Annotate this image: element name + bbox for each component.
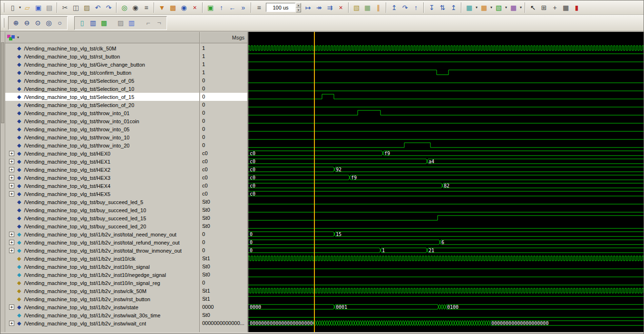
signal-row[interactable]: +◆/Vending_machine_top_vlg_tst/throw_int… [5, 125, 199, 133]
spinner-down-icon[interactable]: ▾ [296, 8, 301, 12]
signal-row[interactable]: +◆/Vending_machine_top_vlg_tst/buy_succe… [5, 198, 199, 206]
signal-row[interactable]: +◆/Vending_machine_top_vlg_tst/rst_butto… [5, 52, 199, 60]
signal-row[interactable]: +◆/Vending_machine_top_vlg_tst/confirm_b… [5, 69, 199, 77]
open-folder-button[interactable]: ▱ [22, 2, 33, 13]
signal-row[interactable]: +◆/Vending_machine_top_vlg_tst/buy_succe… [5, 206, 199, 214]
signal-wave[interactable]: 000000010100 [248, 303, 644, 311]
signal-wave[interactable]: 015 [248, 230, 644, 238]
signal-wave[interactable]: 06 [248, 238, 644, 246]
chevron-down-icon[interactable]: ▾ [519, 5, 523, 10]
signal-wave[interactable] [248, 263, 644, 271]
signal-wave[interactable] [248, 60, 644, 69]
signal-wave[interactable] [248, 287, 644, 295]
pause-button[interactable]: ∥ [373, 2, 384, 13]
signal-row[interactable]: +◆/Vending_machine_top_vlg_tst/i1/b2v_in… [5, 303, 199, 311]
step-high-button[interactable]: ¬ [154, 18, 165, 29]
chevron-down-icon[interactable]: ▾ [475, 5, 478, 10]
restart-button[interactable]: ▣ [205, 2, 216, 13]
add-dataflow-button[interactable]: ▦ [508, 2, 519, 13]
signal-row[interactable]: +◆/Vending_machine_top_vlg_tst/Selection… [5, 93, 199, 101]
up-context-button[interactable]: ↑ [216, 2, 227, 13]
left-scrollbar-thumb[interactable] [1, 42, 4, 123]
chevron-down-icon[interactable]: ▾ [18, 5, 22, 10]
expand-toggle-icon[interactable]: + [9, 321, 14, 326]
wave-cursor-button[interactable]: ▯ [77, 18, 88, 29]
signal-wave[interactable] [248, 125, 644, 133]
signal-row[interactable]: +◆/Vending_machine_top_vlg_tst/throw_int… [5, 141, 199, 149]
time-cursor[interactable] [314, 32, 315, 332]
signal-wave[interactable] [248, 133, 644, 141]
signal-wave[interactable] [248, 206, 644, 214]
pattern-stripe-button[interactable]: ▥ [126, 18, 137, 29]
signal-wave[interactable] [248, 44, 644, 52]
wave-grid-button[interactable]: ▩ [98, 18, 109, 29]
expand-toggle-icon[interactable]: + [9, 240, 14, 245]
signal-row[interactable]: +◆/Vending_machine_top_vlg_tst/HEX1 [5, 157, 199, 166]
signal-row[interactable]: +◆/Vending_machine_top_vlg_tst/HEX5 [5, 190, 199, 198]
expand-toggle-icon[interactable]: + [9, 167, 14, 172]
waveform-area[interactable]: c0f9c0a4c092c0f9c082c0015060121000000010… [248, 32, 644, 332]
zoom-full-button[interactable]: ◎ [43, 18, 54, 29]
expand-toggle-icon[interactable]: + [9, 248, 14, 253]
save-button[interactable]: ▣ [33, 2, 44, 13]
signal-wave[interactable] [248, 214, 644, 222]
chevron-down-icon[interactable]: ▾ [504, 5, 508, 10]
signal-row[interactable]: +◆/Vending_machine_top_vlg_tst/i1/b2v_in… [5, 246, 199, 255]
restore-button[interactable]: ↷ [400, 2, 410, 13]
signal-row[interactable]: +◆/Vending_machine_top_vlg_tst/buy_succe… [5, 214, 199, 222]
signal-row[interactable]: +◆/Vending_machine_top_vlg_tst/HEX3 [5, 174, 199, 182]
signal-row[interactable]: +◆/Vending_machine_top_vlg_tst/Selection… [5, 101, 199, 109]
move-up-button[interactable]: ↥ [448, 2, 459, 13]
chevron-down-icon[interactable]: ▾ [489, 5, 493, 10]
compile-button[interactable]: ▼ [156, 2, 167, 13]
run-button[interactable]: ↦ [302, 2, 313, 13]
signal-wave[interactable] [248, 222, 644, 230]
signal-wave[interactable] [248, 77, 644, 85]
add-list-button[interactable]: ▦ [478, 2, 489, 13]
zoom-range-button[interactable]: ○ [54, 18, 65, 29]
power-button[interactable]: ▮ [571, 2, 582, 13]
spinner-up-icon[interactable]: ▴ [296, 3, 301, 8]
back-button[interactable]: ← [227, 2, 238, 13]
signal-wave[interactable]: c092 [248, 166, 644, 174]
signal-wave[interactable] [248, 52, 644, 60]
zoom-in-button[interactable]: ⊕ [10, 18, 21, 29]
signal-wave[interactable] [248, 279, 644, 287]
move-down-button[interactable]: ↧ [426, 2, 437, 13]
signal-wave[interactable] [248, 117, 644, 125]
signal-wave[interactable] [248, 271, 644, 279]
expand-toggle-icon[interactable]: + [9, 151, 14, 156]
run-length-button[interactable]: ≡ [254, 2, 264, 13]
copy-button[interactable]: ◫ [70, 2, 81, 13]
expand-toggle-icon[interactable]: + [9, 191, 14, 196]
break-button[interactable]: × [335, 2, 346, 13]
signal-wave[interactable]: c0f9 [248, 174, 644, 182]
end-sim-button[interactable]: × [189, 2, 200, 13]
signal-row[interactable]: +◆/Vending_machine_top_vlg_tst/i1/b2v_in… [5, 319, 199, 327]
signal-row[interactable]: +◆/Vending_machine_top_vlg_tst/i1/b2v_in… [5, 311, 199, 319]
signal-row[interactable]: +◆/Vending_machine_top_vlg_tst/clk_50M [5, 44, 199, 52]
signal-wave[interactable] [248, 69, 644, 77]
signal-row[interactable]: +◆/Vending_machine_top_vlg_tst/throw_int… [5, 117, 199, 125]
signal-row[interactable]: +◆/Vending_machine_top_vlg_tst/buy_succe… [5, 222, 199, 230]
signal-row[interactable]: +◆/Vending_machine_top_vlg_tst/i1/b2v_in… [5, 287, 199, 295]
expand-toggle-icon[interactable]: + [9, 175, 14, 180]
memory-button[interactable]: ▦ [362, 2, 373, 13]
find-button[interactable]: ◉ [130, 2, 141, 13]
signal-wave[interactable] [248, 198, 644, 206]
signal-row[interactable]: +◆/Vending_machine_top_vlg_tst/i1/b2v_in… [5, 255, 199, 263]
signal-row[interactable]: +◆/Vending_machine_top_vlg_tst/Selection… [5, 85, 199, 93]
forward-button[interactable]: » [238, 2, 249, 13]
signal-row[interactable]: +◆/Vending_machine_top_vlg_tst/i1/b2v_in… [5, 230, 199, 238]
expand-toggle-icon[interactable]: + [9, 183, 14, 188]
run-length-input[interactable]: 100 us [266, 3, 295, 12]
signal-row[interactable]: +◆/Vending_machine_top_vlg_tst/throw_int… [5, 133, 199, 141]
cut-button[interactable]: ✂ [59, 2, 70, 13]
edit-mode-button[interactable]: ▦ [560, 2, 571, 13]
top-button[interactable]: ↑ [410, 2, 421, 13]
signal-wave[interactable] [248, 109, 644, 117]
signal-row[interactable]: +◆/Vending_machine_top_vlg_tst/i1/b2v_in… [5, 271, 199, 279]
compile-all-button[interactable]: ▩ [167, 2, 178, 13]
new-file-button[interactable]: ▯ [7, 2, 18, 13]
zoom-100-button[interactable]: ⊙ [32, 18, 43, 29]
